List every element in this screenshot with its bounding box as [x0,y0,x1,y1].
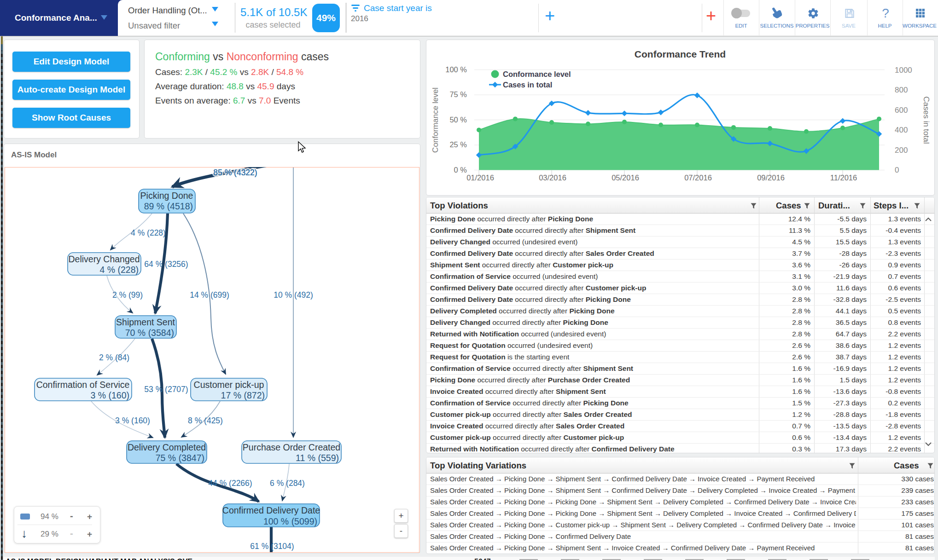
svg-text:Delivery Changed: Delivery Changed [68,254,140,264]
svg-text:14 % (699): 14 % (699) [190,290,229,300]
svg-text:100 % (5099): 100 % (5099) [263,516,317,526]
svg-text:70 % (3584): 70 % (3584) [125,328,174,338]
svg-text:8 % (425): 8 % (425) [188,416,223,425]
svg-text:Cases in total: Cases in total [503,81,552,89]
svg-text:200: 200 [895,146,908,155]
svg-text:Conformance level: Conformance level [503,70,571,78]
svg-text:53 % (2707): 53 % (2707) [144,385,188,394]
svg-text:Customer pick-up: Customer pick-up [194,380,264,390]
svg-text:17 % (872): 17 % (872) [221,390,265,400]
svg-text:01/2016: 01/2016 [466,173,494,182]
svg-text:64 % (3256): 64 % (3256) [144,260,188,269]
svg-text:07/2016: 07/2016 [684,173,712,182]
svg-text:61 % (3104): 61 % (3104) [250,542,294,551]
svg-text:Purchase Order Created: Purchase Order Created [243,442,340,452]
svg-text:600: 600 [895,106,908,115]
svg-text:3 % (160): 3 % (160) [90,390,129,400]
svg-text:Conformance Trend: Conformance Trend [635,49,726,59]
svg-text:800: 800 [895,86,908,94]
svg-text:03/2016: 03/2016 [539,173,566,182]
svg-text:50 %: 50 % [449,115,467,124]
svg-text:Delivery Completed: Delivery Completed [128,442,206,452]
svg-text:11/2016: 11/2016 [830,173,857,182]
svg-text:85 % (4322): 85 % (4322) [213,168,257,177]
svg-text:4 % (228): 4 % (228) [99,265,139,275]
svg-text:Shipment Sent: Shipment Sent [116,317,175,327]
svg-text:25 %: 25 % [449,140,467,149]
svg-text:6 % (284): 6 % (284) [270,479,305,488]
svg-text:44 % (2266): 44 % (2266) [208,479,252,488]
svg-text:05/2016: 05/2016 [612,173,639,182]
svg-text:Cases in total: Cases in total [922,97,931,144]
svg-text:3 % (160): 3 % (160) [115,416,150,425]
svg-text:89 % (4518): 89 % (4518) [144,201,193,211]
svg-text:75 % (3847): 75 % (3847) [156,453,204,463]
svg-text:4 % (228): 4 % (228) [131,228,166,237]
svg-text:10 % (492): 10 % (492) [274,290,313,300]
svg-text:0: 0 [895,166,899,174]
svg-text:75 %: 75 % [449,90,467,98]
svg-text:Conformance level: Conformance level [431,87,440,153]
svg-text:1000: 1000 [895,66,912,75]
svg-text:11 % (559): 11 % (559) [296,453,339,463]
svg-text:400: 400 [895,126,908,134]
svg-text:Confirmed Delivery Date: Confirmed Delivery Date [222,505,320,515]
svg-text:Confirmation of Service: Confirmation of Service [36,380,130,390]
svg-text:09/2016: 09/2016 [757,173,785,182]
svg-text:2 % (99): 2 % (99) [112,290,143,300]
svg-text:100 %: 100 % [445,65,467,74]
svg-text:2 % (84): 2 % (84) [99,353,129,362]
svg-text:Picking Done: Picking Done [140,191,193,201]
svg-text:0 %: 0 % [454,166,467,174]
